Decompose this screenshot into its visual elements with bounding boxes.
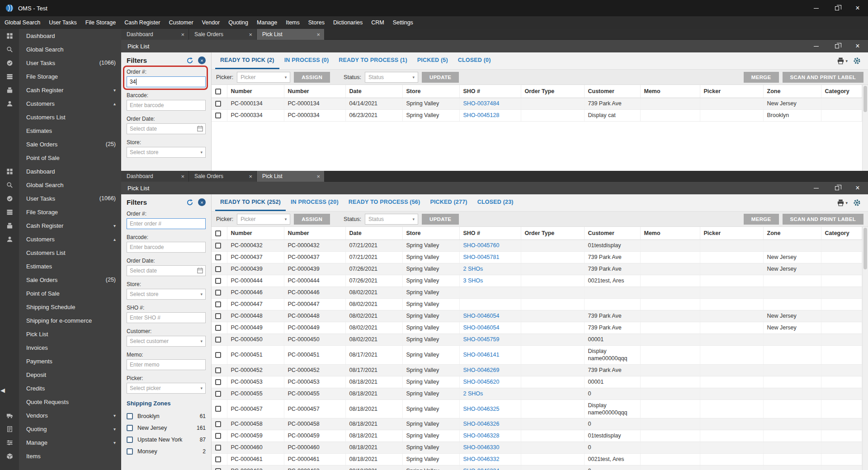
select-all-checkbox[interactable] bbox=[215, 89, 221, 94]
sho-link[interactable]: SHO-0046330 bbox=[463, 444, 500, 451]
tab-close-icon[interactable]: × bbox=[249, 173, 252, 180]
sidebar-item-invoices[interactable]: Invoices bbox=[0, 341, 121, 354]
table-row[interactable]: PC-0000455PC-000045508/18/2021Spring Val… bbox=[212, 388, 862, 400]
select-all-checkbox[interactable] bbox=[215, 230, 221, 236]
row-checkbox[interactable] bbox=[215, 113, 221, 118]
sidebar-item-credits[interactable]: Credits bbox=[0, 381, 121, 395]
scrollbar-thumb[interactable] bbox=[863, 228, 867, 269]
row-checkbox[interactable] bbox=[215, 433, 221, 439]
sho-link[interactable]: SHO-0045128 bbox=[463, 112, 500, 118]
sho-link[interactable]: SHO-0045620 bbox=[463, 379, 500, 385]
menu-dictionaries[interactable]: Dictionaries bbox=[333, 19, 363, 26]
status-tab-ready-to-process-56[interactable]: READY TO PROCESS (56) bbox=[344, 194, 425, 211]
row-checkbox[interactable] bbox=[215, 254, 221, 260]
column-header-store[interactable]: Store bbox=[402, 85, 459, 98]
refresh-icon[interactable] bbox=[186, 199, 193, 206]
row-checkbox[interactable] bbox=[215, 406, 221, 412]
row-checkbox[interactable] bbox=[215, 352, 221, 358]
vertical-scrollbar[interactable] bbox=[862, 85, 868, 171]
window-close-button[interactable]: × bbox=[847, 40, 868, 52]
memo-input[interactable] bbox=[127, 359, 206, 370]
table-row[interactable]: PC-0000452PC-000045208/17/2021Spring Val… bbox=[212, 364, 862, 376]
table-row[interactable]: PC-0000446PC-000044608/02/2021Spring Val… bbox=[212, 287, 862, 299]
sho-link[interactable]: SHO-0046269 bbox=[463, 367, 500, 373]
menu-crm[interactable]: CRM bbox=[371, 19, 384, 26]
sidebar-item-dashboard[interactable]: Dashboard bbox=[0, 164, 121, 178]
status-tab-picked-277[interactable]: PICKED (277) bbox=[425, 194, 472, 211]
status-tab-ready-to-pick-2[interactable]: READY TO PICK (2) bbox=[215, 52, 279, 69]
barcode-input[interactable] bbox=[127, 100, 206, 111]
sidebar-item-point-of-sale[interactable]: Point of Sale bbox=[0, 151, 121, 164]
window-restore-button[interactable] bbox=[826, 182, 847, 194]
table-row[interactable]: PC-0000449PC-000044908/02/2021Spring Val… bbox=[212, 322, 862, 334]
order-input[interactable] bbox=[127, 76, 206, 87]
merge-button[interactable]: MERGE bbox=[744, 214, 779, 225]
row-checkbox[interactable] bbox=[215, 367, 221, 373]
column-header-picker[interactable]: Picker bbox=[700, 85, 763, 98]
picker-dropdown[interactable]: Picker▾ bbox=[237, 214, 290, 225]
table-row[interactable]: PC-0000453PC-000045308/18/2021Spring Val… bbox=[212, 376, 862, 388]
column-header-number[interactable]: Number bbox=[284, 85, 345, 98]
column-header-date[interactable]: Date bbox=[345, 85, 402, 98]
column-header-sho[interactable]: SHO # bbox=[459, 227, 521, 240]
print-button[interactable]: ▾ bbox=[837, 57, 848, 65]
table-row[interactable]: PC-0000134PC-000013404/14/2021Spring Val… bbox=[212, 98, 862, 110]
menu-global-search[interactable]: Global Search bbox=[5, 19, 40, 26]
calendar-icon[interactable] bbox=[197, 267, 203, 276]
sidebar-item-shipping-for-e-commerce[interactable]: Shipping for e-commerce bbox=[0, 314, 121, 327]
sho-link[interactable]: 2 SHOs bbox=[463, 390, 483, 397]
tab-close-icon[interactable]: × bbox=[181, 31, 184, 38]
close-filters-icon[interactable]: × bbox=[198, 198, 206, 206]
table-row[interactable]: PC-0000451PC-000045108/17/2021Spring Val… bbox=[212, 346, 862, 365]
settings-gear-icon[interactable] bbox=[853, 57, 861, 65]
doc-tab-sale-orders[interactable]: Sale Orders× bbox=[189, 171, 257, 182]
order-date-input[interactable] bbox=[127, 265, 206, 276]
column-header-number[interactable]: Number bbox=[227, 227, 284, 240]
merge-button[interactable]: MERGE bbox=[744, 72, 779, 83]
sho-link[interactable]: SHO-0045781 bbox=[463, 254, 500, 260]
app-close-button[interactable]: × bbox=[847, 0, 868, 16]
print-button[interactable]: ▾ bbox=[837, 199, 848, 207]
sidebar-item-dashboard[interactable]: Dashboard bbox=[0, 29, 121, 42]
assign-button[interactable]: ASSIGN bbox=[294, 72, 330, 83]
sho-link[interactable]: 3 SHOs bbox=[463, 277, 483, 284]
sidebar-item-file-storage[interactable]: File Storage bbox=[0, 205, 121, 219]
assign-button[interactable]: ASSIGN bbox=[294, 214, 330, 225]
row-checkbox[interactable] bbox=[215, 468, 221, 470]
sidebar-item-payments[interactable]: Payments bbox=[0, 354, 121, 368]
sidebar-item-pick-list[interactable]: Pick List bbox=[0, 327, 121, 341]
sidebar-item-deposit[interactable]: Deposit bbox=[0, 368, 121, 381]
tab-close-icon[interactable]: × bbox=[316, 173, 320, 180]
doc-tab-dashboard[interactable]: Dashboard× bbox=[121, 29, 189, 40]
vertical-scrollbar[interactable] bbox=[862, 227, 868, 470]
column-header-customer[interactable]: Customer bbox=[584, 227, 640, 240]
row-checkbox[interactable] bbox=[215, 313, 221, 319]
sidebar-item-estimates[interactable]: Estimates bbox=[0, 259, 121, 273]
update-button[interactable]: UPDATE bbox=[422, 72, 459, 83]
menu-customer[interactable]: Customer bbox=[169, 19, 193, 26]
sidebar-item-estimates[interactable]: Estimates bbox=[0, 124, 121, 137]
update-button[interactable]: UPDATE bbox=[422, 214, 459, 225]
table-row[interactable]: PC-0000444PC-000044407/26/2021Spring Val… bbox=[212, 275, 862, 287]
row-checkbox[interactable] bbox=[215, 337, 221, 343]
shipping-zone-monsey[interactable]: Monsey2 bbox=[127, 446, 206, 457]
column-header-picker[interactable]: Picker bbox=[700, 227, 763, 240]
sidebar-item-user-tasks[interactable]: User Tasks(1066) bbox=[0, 192, 121, 205]
zone-checkbox[interactable] bbox=[127, 437, 133, 443]
store-select[interactable]: Select store▾ bbox=[127, 147, 206, 158]
menu-settings[interactable]: Settings bbox=[393, 19, 413, 26]
sidebar-item-customers-list[interactable]: Customers List bbox=[0, 110, 121, 124]
row-checkbox[interactable] bbox=[215, 456, 221, 462]
order-input[interactable] bbox=[127, 218, 206, 229]
window-minimize-button[interactable] bbox=[806, 40, 826, 52]
shipping-zone-brooklyn[interactable]: Brooklyn61 bbox=[127, 410, 206, 422]
window-close-button[interactable]: × bbox=[847, 182, 868, 194]
menu-cash-register[interactable]: Cash Register bbox=[124, 19, 160, 26]
sho-link[interactable]: SHO-0045759 bbox=[463, 336, 500, 343]
close-filters-icon[interactable]: × bbox=[198, 56, 206, 64]
column-header-memo[interactable]: Memo bbox=[640, 227, 700, 240]
status-dropdown[interactable]: Status▾ bbox=[365, 214, 418, 225]
sidebar-item-point-of-sale[interactable]: Point of Sale bbox=[0, 287, 121, 300]
sho-link[interactable]: SHO-0046332 bbox=[463, 456, 500, 462]
app-restore-button[interactable] bbox=[826, 0, 847, 16]
